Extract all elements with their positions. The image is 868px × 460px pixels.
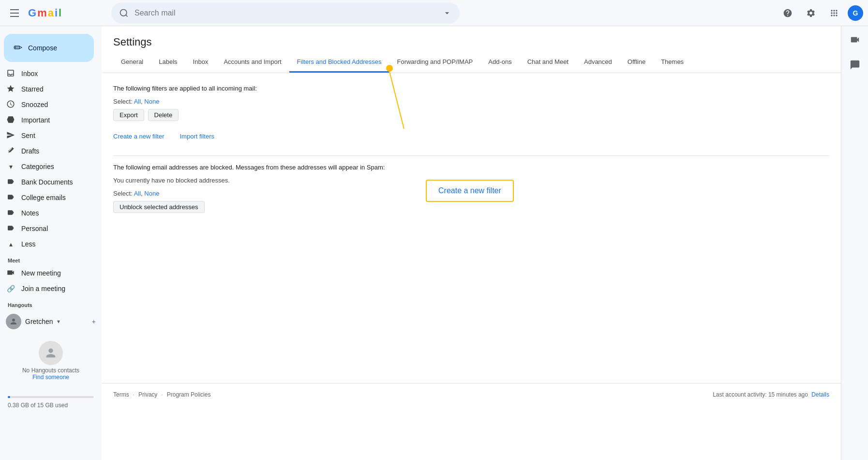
export-button[interactable]: Export (113, 109, 144, 121)
storage-text: 0.38 GB of 15 GB used (8, 402, 94, 409)
sidebar-item-starred[interactable]: Starred (0, 81, 96, 97)
drafts-icon (6, 146, 15, 156)
avatar[interactable]: G (848, 5, 863, 21)
svg-line-1 (126, 15, 128, 16)
search-input[interactable] (135, 9, 436, 17)
tab-themes[interactable]: Themes (653, 52, 691, 73)
settings-title: Settings (102, 26, 841, 48)
filter-btn-group: Export Delete (113, 109, 829, 121)
footer-dot1: · (133, 391, 135, 398)
label-icon-notes (6, 209, 15, 218)
hangouts-empty-state: No Hangouts contacts Find someone (0, 333, 102, 384)
sidebar-item-sent[interactable]: Sent (0, 128, 96, 143)
sidebar-item-inbox[interactable]: Inbox (0, 66, 96, 81)
drafts-label: Drafts (21, 147, 39, 155)
search-icon (119, 8, 129, 18)
compose-label: Compose (28, 44, 57, 52)
section-divider (113, 155, 829, 156)
sidebar-item-personal[interactable]: Personal (0, 221, 96, 236)
main-layout: ✏ Compose Inbox Starred Snoozed Impor (0, 26, 841, 460)
important-label: Important (21, 116, 50, 124)
add-hangout-icon[interactable]: + (92, 318, 96, 325)
find-someone-link[interactable]: Find someone (6, 374, 96, 381)
svg-point-0 (120, 9, 127, 15)
menu-button[interactable] (5, 3, 24, 23)
important-icon (6, 115, 15, 125)
sidebar-item-notes[interactable]: Notes (0, 205, 96, 221)
tab-offline[interactable]: Offline (620, 52, 653, 73)
topbar-right: G (778, 3, 863, 23)
footer-links: Terms · Privacy · Program Policies (113, 391, 210, 398)
page-footer: Terms · Privacy · Program Policies Last … (102, 383, 841, 406)
no-contacts-msg: No Hangouts contacts (6, 367, 96, 374)
hangouts-avatar (6, 314, 21, 329)
sidebar-item-less[interactable]: ▴ Less (0, 236, 96, 252)
tab-addons[interactable]: Add-ons (480, 52, 519, 73)
sidebar-item-snoozed[interactable]: Snoozed (0, 97, 96, 112)
select-none-link[interactable]: None (144, 98, 159, 105)
create-filter-link[interactable]: Create a new filter (113, 133, 165, 140)
settings-tabs: General Labels Inbox Accounts and Import… (102, 52, 841, 73)
hangouts-section-label: Hangouts (0, 296, 102, 310)
tab-chat[interactable]: Chat and Meet (520, 52, 576, 73)
select-all-link[interactable]: All (134, 98, 141, 105)
last-activity-text: Last account activity: 15 minutes ago (713, 391, 808, 398)
categories-label: Categories (21, 163, 54, 170)
inbox-icon (6, 69, 15, 79)
sent-label: Sent (21, 132, 35, 139)
inbox-label: Inbox (21, 70, 38, 77)
filters-section-title: The following filters are applied to all… (113, 85, 829, 92)
meet-icon[interactable] (845, 30, 865, 49)
tab-general[interactable]: General (113, 52, 151, 73)
sidebar-item-categories[interactable]: ▾ Categories (0, 159, 96, 174)
select-all2-link[interactable]: All (134, 190, 141, 197)
star-icon (6, 84, 15, 94)
settings-button[interactable] (801, 3, 821, 23)
join-meeting-label: Join a meeting (21, 285, 65, 292)
sent-icon (6, 131, 15, 141)
snoozed-icon (6, 100, 15, 110)
help-button[interactable] (778, 3, 797, 23)
label-icon-personal (6, 224, 15, 233)
details-link[interactable]: Details (811, 391, 829, 398)
unblock-button[interactable]: Unblock selected addresses (113, 201, 205, 213)
sidebar: ✏ Compose Inbox Starred Snoozed Impor (0, 26, 102, 460)
sidebar-item-new-meeting[interactable]: New meeting (0, 265, 96, 281)
hangouts-chevron: ▾ (57, 318, 60, 325)
tab-inbox[interactable]: Inbox (185, 52, 216, 73)
tab-advanced[interactable]: Advanced (576, 52, 620, 73)
less-label: Less (21, 240, 36, 248)
snoozed-label: Snoozed (21, 101, 48, 108)
topbar: Gmail G (0, 0, 868, 26)
sidebar-item-college-emails[interactable]: College emails (0, 190, 96, 205)
privacy-link[interactable]: Privacy (138, 391, 157, 398)
sidebar-item-important[interactable]: Important (0, 112, 96, 128)
apps-button[interactable] (824, 3, 844, 23)
tab-accounts[interactable]: Accounts and Import (216, 52, 289, 73)
sidebar-item-drafts[interactable]: Drafts (0, 143, 96, 159)
terms-link[interactable]: Terms (113, 391, 129, 398)
delete-button[interactable]: Delete (148, 109, 179, 121)
label-icon-bank (6, 178, 15, 187)
sidebar-item-bank-documents[interactable]: Bank Documents (0, 174, 96, 190)
import-filters-link[interactable]: Import filters (180, 133, 215, 140)
search-options-icon[interactable] (442, 8, 452, 18)
select-label2: Select: (113, 190, 133, 197)
select-label: Select: (113, 98, 133, 105)
blocked-section-title: The following email addresses are blocke… (113, 164, 829, 171)
starred-label: Starred (21, 85, 44, 93)
tab-labels[interactable]: Labels (151, 52, 185, 73)
filter-actions: Create a new filter Import filters (113, 133, 829, 140)
chat-icon[interactable] (845, 55, 865, 75)
select-none2-link[interactable]: None (144, 190, 159, 197)
tab-forwarding[interactable]: Forwarding and POP/IMAP (389, 52, 480, 73)
hangouts-user-row[interactable]: Gretchen ▾ + (0, 310, 102, 333)
bank-documents-label: Bank Documents (21, 178, 73, 186)
hangouts-username: Gretchen (25, 318, 53, 325)
tab-filters[interactable]: Filters and Blocked Addresses (289, 52, 389, 73)
college-emails-label: College emails (21, 194, 66, 201)
compose-button[interactable]: ✏ Compose (4, 34, 94, 62)
sidebar-item-join-meeting[interactable]: 🔗 Join a meeting (0, 281, 96, 296)
unblock-btn-group: Unblock selected addresses (113, 201, 829, 213)
program-policies-link[interactable]: Program Policies (167, 391, 211, 398)
